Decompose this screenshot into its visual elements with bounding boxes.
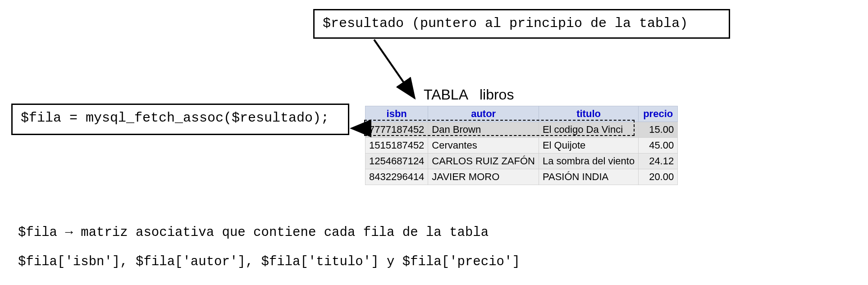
arrow-right-icon: → — [65, 225, 73, 240]
cell-autor: CARLOS RUIZ ZAFÓN — [428, 154, 539, 169]
cell-precio: 24.12 — [639, 154, 678, 169]
table-libros-container: TABLA libros isbn autor titulo precio 77… — [365, 86, 678, 185]
resultado-text: $resultado (puntero al principio de la t… — [323, 16, 688, 31]
table-row: 1515187452CervantesEl Quijote45.00 — [365, 138, 678, 154]
table-header-row: isbn autor titulo precio — [365, 106, 678, 122]
col-titulo: titulo — [539, 106, 638, 122]
explain-fila-var: $fila — [18, 225, 65, 240]
cell-autor: Cervantes — [428, 138, 539, 154]
cell-precio: 45.00 — [639, 138, 678, 154]
table-libros: isbn autor titulo precio 7777187452Dan B… — [365, 106, 678, 185]
cell-titulo: El codigo Da Vinci — [539, 122, 638, 138]
col-isbn: isbn — [365, 106, 428, 122]
explain-line-2: $fila['isbn'], $fila['autor'], $fila['ti… — [18, 254, 520, 269]
table-row: 1254687124CARLOS RUIZ ZAFÓNLa sombra del… — [365, 154, 678, 169]
cell-autor: JAVIER MORO — [428, 169, 539, 185]
cell-precio: 20.00 — [639, 169, 678, 185]
explain-line-1: $fila → matriz asociativa que contiene c… — [18, 225, 489, 240]
cell-isbn: 8432296414 — [365, 169, 428, 185]
table-row: 8432296414JAVIER MOROPASIÓN INDIA20.00 — [365, 169, 678, 185]
cell-titulo: PASIÓN INDIA — [539, 169, 638, 185]
cell-titulo: El Quijote — [539, 138, 638, 154]
fila-assignment-box: $fila = mysql_fetch_assoc($resultado); — [11, 104, 349, 135]
resultado-box: $resultado (puntero al principio de la t… — [313, 9, 730, 39]
table-row: 7777187452Dan BrownEl codigo Da Vinci15.… — [365, 122, 678, 138]
cell-isbn: 7777187452 — [365, 122, 428, 138]
table-title: TABLA libros — [365, 86, 678, 103]
cell-precio: 15.00 — [639, 122, 678, 138]
fila-assignment-text: $fila = mysql_fetch_assoc($resultado); — [21, 110, 329, 126]
cell-isbn: 1515187452 — [365, 138, 428, 154]
col-autor: autor — [428, 106, 539, 122]
cell-titulo: La sombra del viento — [539, 154, 638, 169]
cell-autor: Dan Brown — [428, 122, 539, 138]
cell-isbn: 1254687124 — [365, 154, 428, 169]
explain-line-1-text: matriz asociativa que contiene cada fila… — [73, 225, 489, 240]
col-precio: precio — [639, 106, 678, 122]
